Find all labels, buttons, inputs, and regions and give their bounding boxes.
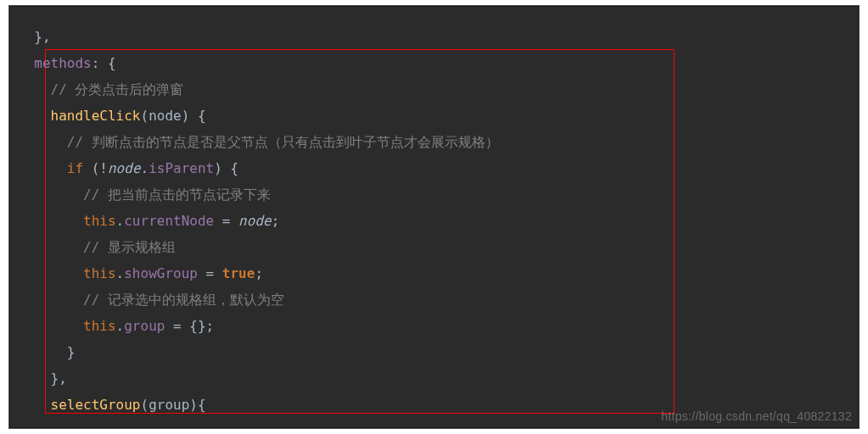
comment-line: // 把当前点击的节点记录下来: [83, 186, 271, 203]
close-paren: ): [214, 160, 222, 176]
identifier-node: node: [238, 213, 272, 229]
open-brace: {: [222, 160, 238, 176]
close-paren-brace: ){: [189, 397, 205, 413]
identifier-node: node: [108, 160, 141, 176]
dot: .: [141, 160, 149, 176]
assign-empty-obj: = {}: [165, 318, 205, 334]
code-line: [18, 370, 34, 387]
code-line: [18, 397, 34, 413]
semicolon: ;: [272, 213, 280, 229]
method-name: selectGroup: [51, 397, 141, 413]
bool-true: true: [222, 265, 255, 281]
code-line: [18, 265, 34, 281]
method-name: handleClick: [51, 108, 141, 124]
dot: .: [116, 318, 125, 334]
keyword-this: this: [83, 318, 116, 334]
semicolon: ;: [206, 318, 215, 334]
open-paren: (: [92, 160, 100, 176]
dot: .: [116, 213, 125, 229]
open-brace: {: [189, 108, 205, 124]
brace-close-comma: },: [34, 29, 50, 45]
close-paren: ): [182, 108, 190, 124]
watermark-text: https://blog.csdn.net/qq_40822132: [661, 409, 852, 423]
code-line: [18, 344, 34, 360]
equals: =: [214, 213, 238, 229]
param-node: node: [148, 108, 182, 124]
code-line: [18, 318, 34, 334]
keyword-this: this: [83, 213, 116, 229]
open-paren: (: [141, 397, 149, 413]
param-group: group: [148, 397, 189, 413]
bang: !: [99, 160, 108, 176]
code-line: [18, 29, 34, 45]
equals: =: [198, 265, 222, 281]
code-line: [18, 160, 34, 176]
brace-close: }: [67, 344, 76, 360]
colon-brace: : {: [92, 55, 116, 71]
code-line: [18, 186, 34, 203]
dot: .: [116, 265, 125, 281]
keyword-if: if: [67, 160, 83, 176]
code-line: [18, 239, 34, 255]
code-line: [18, 213, 34, 229]
code-line: [18, 292, 34, 308]
comment-line: // 记录选中的规格组，默认为空: [83, 292, 284, 308]
semicolon: ;: [255, 265, 263, 281]
code-line: [18, 81, 34, 97]
code-line: [18, 108, 34, 124]
prop-isParent: isParent: [148, 160, 214, 176]
brace-close-comma: },: [51, 370, 67, 387]
space: [83, 160, 92, 176]
code-line: [18, 55, 34, 71]
code-block: }, methods: { // 分类点击后的弹窗 handleClick(no…: [9, 5, 859, 418]
code-line: [18, 134, 34, 150]
prop-group: group: [124, 318, 165, 334]
comment-line: // 显示规格组: [83, 239, 176, 255]
methods-key: methods: [34, 55, 91, 71]
keyword-this: this: [83, 265, 116, 281]
prop-currentNode: currentNode: [124, 213, 214, 229]
comment-line: // 分类点击后的弹窗: [51, 81, 184, 97]
comment-line: // 判断点击的节点是否是父节点（只有点击到叶子节点才会展示规格）: [67, 134, 499, 150]
prop-showGroup: showGroup: [124, 265, 198, 281]
open-paren: (: [141, 108, 149, 124]
code-editor: }, methods: { // 分类点击后的弹窗 handleClick(no…: [8, 5, 860, 429]
